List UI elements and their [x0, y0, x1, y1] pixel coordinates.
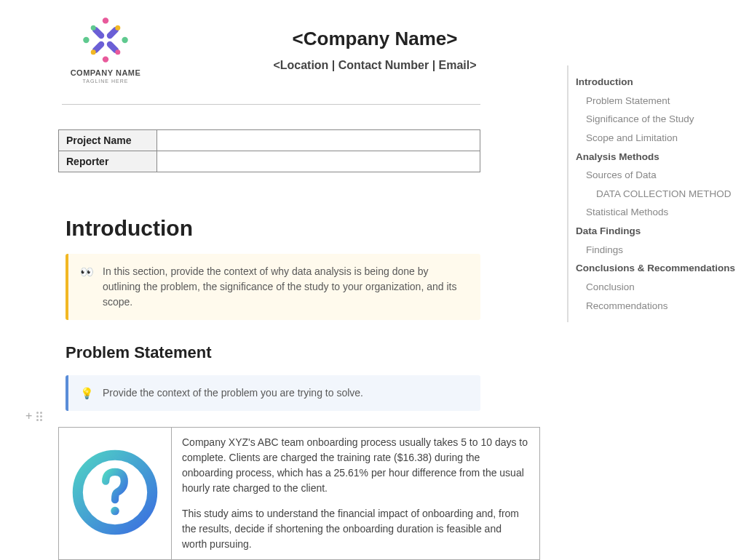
toc-item[interactable]: Problem Statement — [576, 92, 742, 111]
problem-image-cell — [59, 428, 172, 559]
table-row: Project Name — [59, 130, 480, 151]
svg-point-6 — [103, 56, 108, 62]
project-meta-table: Project Name Reporter — [58, 129, 480, 172]
problem-callout[interactable]: 💡 Provide the context of the problem you… — [66, 375, 480, 411]
svg-point-8 — [115, 25, 120, 31]
toc-item[interactable]: Conclusion — [576, 278, 742, 297]
drag-handle-icon[interactable] — [36, 412, 42, 421]
logo-company-name: COMPANY NAME — [71, 68, 141, 77]
project-name-value[interactable] — [157, 130, 480, 151]
toc-item[interactable]: Data Findings — [576, 222, 742, 241]
problem-paragraph-2: This study aims to understand the financ… — [182, 506, 529, 552]
block-controls: + — [25, 409, 42, 423]
company-logo-icon — [80, 15, 131, 65]
svg-point-13 — [111, 506, 119, 515]
intro-callout[interactable]: 👀 In this section, provide the context o… — [66, 254, 480, 320]
table-of-contents: IntroductionProblem StatementSignificanc… — [567, 65, 749, 322]
problem-paragraph-1: Company XYZ's ABC team onboarding proces… — [182, 435, 529, 496]
header-divider — [62, 104, 480, 105]
title-block: <Company Name> <Location | Contact Numbe… — [207, 15, 542, 72]
problem-callout-text: Provide the context of the problem you a… — [103, 385, 363, 401]
page-subtitle: <Location | Contact Number | Email> — [207, 59, 542, 72]
company-logo-block: COMPANY NAME TAGLINE HERE — [62, 15, 149, 84]
problem-statement-block[interactable]: Company XYZ's ABC team onboarding proces… — [58, 427, 540, 560]
toc-item[interactable]: Significance of the Study — [576, 110, 742, 129]
eyes-icon: 👀 — [80, 264, 94, 279]
toc-item[interactable]: DATA COLLECTION METHOD — [576, 185, 742, 204]
svg-point-11 — [91, 25, 96, 31]
document-header: COMPANY NAME TAGLINE HERE <Company Name>… — [0, 15, 542, 84]
problem-text-cell[interactable]: Company XYZ's ABC team onboarding proces… — [172, 428, 539, 559]
question-mark-icon — [68, 446, 162, 542]
introduction-heading: Introduction — [66, 216, 480, 241]
toc-item[interactable]: Introduction — [576, 73, 742, 92]
toc-item[interactable]: Scope and Limitation — [576, 129, 742, 148]
intro-callout-text: In this section, provide the context of … — [103, 264, 469, 310]
toc-item[interactable]: Statistical Methods — [576, 203, 742, 222]
toc-item[interactable]: Analysis Methods — [576, 148, 742, 167]
reporter-label: Reporter — [59, 151, 157, 172]
svg-point-4 — [103, 17, 108, 23]
svg-point-9 — [115, 49, 120, 55]
page-title: <Company Name> — [207, 28, 542, 50]
table-row: Reporter — [59, 151, 480, 172]
toc-item[interactable]: Findings — [576, 241, 742, 260]
toc-item[interactable]: Recommendations — [576, 297, 742, 316]
document-main: COMPANY NAME TAGLINE HERE <Company Name>… — [0, 0, 542, 560]
svg-point-10 — [91, 49, 96, 55]
problem-statement-heading: Problem Statement — [66, 343, 480, 362]
logo-tagline: TAGLINE HERE — [83, 79, 129, 84]
toc-item[interactable]: Sources of Data — [576, 166, 742, 185]
add-block-icon[interactable]: + — [25, 409, 32, 423]
toc-item[interactable]: Conclusions & Recommendations — [576, 259, 742, 278]
svg-point-7 — [83, 37, 89, 43]
intro-section: Introduction 👀 In this section, provide … — [66, 216, 480, 411]
lightbulb-icon: 💡 — [80, 385, 94, 401]
svg-point-5 — [122, 37, 127, 43]
project-name-label: Project Name — [59, 130, 157, 151]
reporter-value[interactable] — [157, 151, 480, 172]
